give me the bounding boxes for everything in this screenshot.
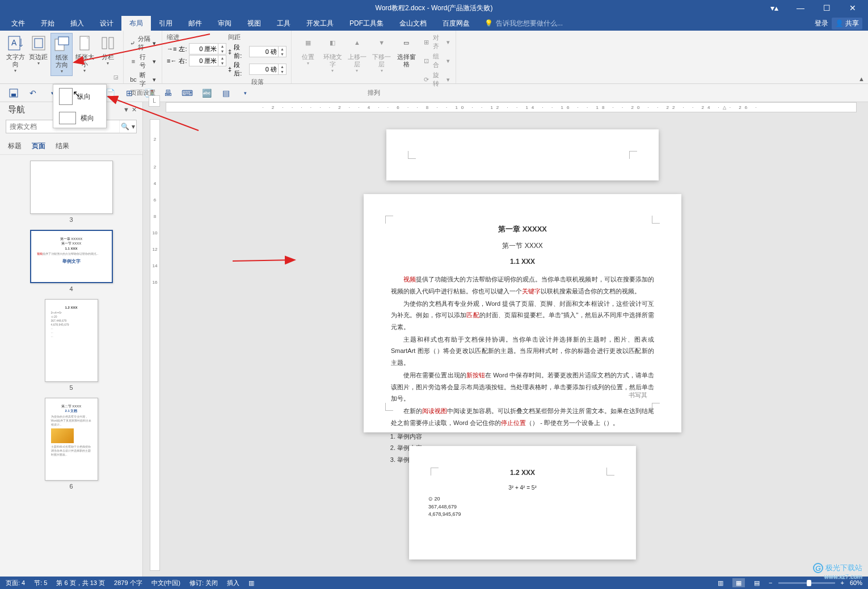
selection-pane-button[interactable]: ▭选择窗格 [394,33,418,89]
sub-title: 1.1 XXX [391,255,654,268]
tab-review[interactable]: 审阅 [210,16,239,31]
maximize-icon[interactable]: ☐ [815,2,838,14]
breaks-button[interactable]: ⤶分隔符 ▾ [128,34,157,52]
qat-customize[interactable]: ▾ [239,87,251,99]
login-link[interactable]: 登录 [815,19,828,28]
size-icon [75,34,94,52]
navtab-results[interactable]: 结果 [56,141,69,151]
close-icon[interactable]: ✕ [841,2,865,14]
thumb-3[interactable]: 3 [30,161,113,223]
qat-item-7[interactable]: 🔤 [201,87,212,99]
view-web-icon[interactable]: ▤ [751,578,763,587]
page-4[interactable]: 第一章 XXXXX 第一节 XXXX 1.1 XXX 视频提供了功能强大的方法帮… [364,194,681,432]
zoom-value[interactable]: 60% [850,579,862,586]
minimize-icon[interactable]: — [789,2,812,14]
share-button[interactable]: 👤 共享 [832,18,862,30]
columns-icon [99,34,117,52]
orientation-icon [53,35,71,53]
ribbon-options-icon[interactable]: ▾▴ [762,2,786,14]
indent-right-input[interactable]: ▲▼ [189,55,226,66]
signature: 书写其 [629,389,647,401]
tab-home[interactable]: 开始 [33,16,62,31]
status-pages[interactable]: 第 6 页，共 13 页 [56,579,105,587]
view-read-icon[interactable]: ▥ [714,578,727,587]
align-button: ⊞对齐 ▾ [422,33,451,51]
tab-kingsoft[interactable]: 金山文档 [391,16,435,31]
qat-item-8[interactable]: ▤ [220,87,231,99]
qat-item-5[interactable]: 🖶 [162,87,174,99]
search-icon[interactable]: 🔍 ▾ [119,120,136,133]
page-setup-launcher[interactable]: ◲ [112,74,120,82]
status-insert[interactable]: 插入 [227,579,239,587]
document-area[interactable]: · 2 · · · · · · 2 · · 4 · · 6 · · 8 · · … [143,102,868,577]
nav-close-icon[interactable]: ✕ [132,106,137,113]
tab-insert[interactable]: 插入 [62,16,92,31]
navtab-headings[interactable]: 标题 [8,141,22,151]
nav-title: 导航 [8,104,25,115]
tab-tools[interactable]: 工具 [269,16,298,31]
zoom-in-icon[interactable]: + [841,579,844,586]
selpane-icon: ▭ [397,34,415,52]
indent-right-icon: ≡← [167,57,176,64]
spacing-after-input[interactable]: ▲▼ [249,64,286,75]
backward-icon: ▼ [373,34,391,52]
tab-design[interactable]: 设计 [92,16,121,31]
thumb-5[interactable]: 1.2 XXX 3²+4²=5²⊙ 20367,448,6794,678,945… [45,299,98,391]
breaks-icon: ⤶ [129,39,136,48]
after-label: 段后: [234,61,247,78]
para-3: 主题和样式也有助于文档保持协调。当你单击设计并选择新的主题时，图片、图表或 Sm… [391,334,654,368]
tab-mailings[interactable]: 邮件 [180,16,210,31]
tab-file[interactable]: 文件 [3,16,33,31]
orientation-landscape[interactable]: 横向 [53,108,106,128]
position-icon: ▦ [299,34,317,52]
page-3-partial [386,129,659,180]
thumb-6[interactable]: 第二节 XXXX2.1 文档 为使你的文档具有专业外观，Word提供了页眉页脚封… [45,398,98,490]
group-button: ⊡组合 ▾ [422,52,451,70]
margins-button[interactable]: 页边距▾ [28,33,50,76]
forward-button: ▲上移一层▾ [345,33,369,89]
status-section[interactable]: 节: 5 [34,579,47,587]
collapse-ribbon-icon[interactable]: ▲ [858,75,865,82]
status-words[interactable]: 2879 个字 [114,579,142,587]
indent-left-input[interactable]: ▲▼ [189,43,226,54]
tab-layout[interactable]: 布局 [121,16,151,31]
tab-baidu[interactable]: 百度网盘 [435,16,478,31]
thumb-4[interactable]: 第一章 XXXXX第一节 XXXX1.1 XXX 视频提供了功能强大的方法帮助你… [30,230,113,292]
margins-icon [30,34,48,52]
tab-references[interactable]: 引用 [151,16,180,31]
para-4: 使用在需要位置出现的新按钮在 Word 中保存时间。若要更改图片适应文档的方式，… [391,369,654,404]
qat-item-6[interactable]: ⌨ [182,87,193,99]
status-extra-icon[interactable]: ▥ [248,579,254,587]
tab-pdf[interactable]: PDF工具集 [342,16,391,31]
view-print-icon[interactable]: ▦ [732,578,745,587]
orientation-button[interactable]: 纸张方向▾ [50,33,73,76]
hyphen-button[interactable]: bc断字 ▾ [128,70,157,89]
orientation-dropdown: 纵向 横向 [53,84,107,128]
vertical-ruler[interactable]: 2246810121416 [150,119,160,571]
spacing-title: 间距 [228,33,286,41]
para-5: 在新的阅读视图中阅读更加容易。可以折叠文档某些部分并关注所需文本。如果在达到结尾… [391,405,654,428]
svg-rect-5 [58,37,69,45]
zoom-slider[interactable] [778,582,835,584]
zoom-out-icon[interactable]: − [769,579,772,586]
text-direction-button[interactable]: A 文字方向▾ [5,33,27,76]
spacing-before-input[interactable]: ▲▼ [249,46,286,57]
status-lang[interactable]: 中文(中国) [151,579,180,587]
undo-button[interactable]: ↶ [27,87,39,99]
line-numbers-button[interactable]: ≡行号 ▾ [128,52,157,70]
tellme-search[interactable]: 💡 告诉我您想要做什么... [484,19,563,28]
tab-view[interactable]: 视图 [239,16,269,31]
size-button[interactable]: 纸张大小▾ [74,33,96,76]
columns-button[interactable]: 分栏▾ [96,33,119,76]
ribbon: A 文字方向▾ 页边距▾ 纸张方向▾ 纸张大小▾ 分栏▾ ◲ ⤶分隔符 [0,31,868,84]
horizontal-ruler[interactable]: · 2 · · · · · · 2 · · 4 · · 6 · · 8 · · … [166,102,857,112]
status-track[interactable]: 修订: 关闭 [189,579,218,587]
save-button[interactable] [8,87,19,99]
titlebar: Word教程2.docx - Word(产品激活失败) ▾▴ — ☐ ✕ [0,0,868,16]
navtab-pages[interactable]: 页面 [32,141,45,151]
nav-dropdown-icon[interactable]: ▼ [123,106,129,113]
tab-dev[interactable]: 开发工具 [298,16,342,31]
portrait-icon [59,88,73,105]
orientation-portrait[interactable]: 纵向 [53,85,106,108]
status-page[interactable]: 页面: 4 [6,579,25,587]
